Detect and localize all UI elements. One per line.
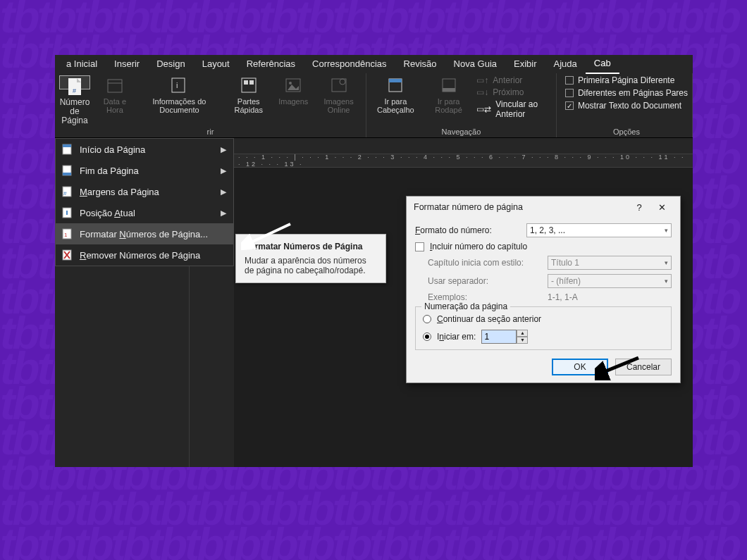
checkbox-icon (565, 89, 574, 97)
group-insert-label: rir (207, 127, 214, 136)
svg-point-10 (289, 82, 292, 85)
image-icon (283, 75, 303, 95)
svg-rect-11 (332, 79, 346, 92)
ribbon-tabs: a Inicial Inserir Design Layout Referênc… (55, 55, 693, 73)
svg-rect-16 (443, 88, 455, 92)
tab-home[interactable]: a Inicial (58, 55, 106, 73)
info-icon: i (169, 75, 189, 95)
tab-references[interactable]: Referências (238, 55, 304, 73)
tab-layout[interactable]: Layout (194, 55, 238, 73)
format-number-icon: 1 (61, 228, 73, 239)
menu-current-position[interactable]: Posição Atual ▶ (56, 202, 233, 223)
checkbox-icon (565, 76, 574, 85)
start-at-spinner[interactable]: ▲▼ (481, 330, 528, 344)
group-nav-label: Navegação (442, 127, 481, 136)
goto-header-button[interactable]: Ir para Cabeçalho (371, 75, 421, 114)
tab-insert[interactable]: Inserir (106, 55, 148, 73)
link-previous[interactable]: ▭⇄Vincular ao Anterior (476, 99, 552, 119)
quick-parts-label: Partes Rápidas (226, 97, 271, 114)
tab-view[interactable]: Exibir (505, 55, 545, 73)
doc-info-button[interactable]: i Informações do Documento (140, 75, 219, 114)
svg-rect-2 (108, 80, 122, 92)
chapter-style-select: Título 1 ▾ (548, 256, 672, 270)
svg-line-30 (248, 224, 290, 244)
goto-footer-label: Ir para Rodapé (428, 97, 470, 114)
calendar-icon (105, 75, 125, 95)
chapter-style-label: Capítulo inicia com estilo: (428, 258, 542, 268)
page-bottom-icon (61, 165, 73, 176)
tab-mailings[interactable]: Correspondências (304, 55, 395, 73)
group-options-label: Opções (613, 127, 640, 136)
start-at-radio[interactable] (423, 332, 431, 341)
examples-label: Exemplos: (428, 292, 542, 302)
chevron-right-icon: ▶ (221, 166, 226, 175)
page-icon: # (65, 77, 85, 96)
page-top-icon (61, 144, 73, 155)
tab-new[interactable]: Nova Guia (445, 55, 505, 73)
continue-label: Continuar da seção anterior (437, 314, 541, 324)
start-at-label: Iniciar em: (437, 332, 476, 342)
start-at-input[interactable] (481, 330, 517, 344)
page-number-menu: Início da Página ▶ Fim da Página ▶ # Mar… (55, 138, 234, 266)
chevron-right-icon: ▶ (221, 145, 226, 154)
link-icon: ▭⇄ (476, 104, 491, 114)
nav-previous: ▭↑Anterior (476, 75, 552, 85)
nav-next: ▭↓Próximo (476, 87, 552, 97)
cursor-position-icon (61, 207, 73, 218)
goto-footer-button: Ir para Rodapé (428, 75, 470, 114)
svg-rect-18 (63, 144, 71, 147)
page-number-button[interactable]: # Número de Página (59, 75, 90, 89)
goto-header-icon (385, 75, 405, 95)
goto-footer-icon (439, 75, 459, 95)
next-icon: ▭↓ (476, 87, 488, 97)
svg-rect-20 (63, 173, 71, 175)
include-chapter-checkbox[interactable] (415, 242, 424, 251)
svg-point-12 (340, 79, 345, 85)
format-label: Formato do número: (415, 225, 521, 235)
images-label: Imagens (278, 97, 308, 106)
chevron-down-icon: ▾ (665, 278, 668, 285)
goto-header-label: Ir para Cabeçalho (371, 97, 421, 114)
online-image-icon (329, 75, 349, 95)
separator-label: Usar separador: (428, 276, 542, 286)
spin-up-icon[interactable]: ▲ (517, 330, 528, 337)
tooltip-description: Mudar a aparência dos números de página … (245, 256, 377, 275)
quick-parts-icon (239, 75, 259, 95)
close-button[interactable]: ✕ (650, 202, 673, 213)
chevron-right-icon: ▶ (221, 209, 226, 218)
online-images-label: Imagens Online (316, 97, 362, 114)
svg-text:1: 1 (64, 232, 68, 238)
tab-help[interactable]: Ajuda (545, 55, 586, 73)
menu-remove-page-numbers[interactable]: Remover Números de Página (56, 244, 233, 266)
opt-diff-odd-even[interactable]: Diferentes em Páginas Pares (565, 88, 688, 98)
page-number-label: Número de Página (60, 98, 90, 126)
tab-review[interactable]: Revisão (395, 55, 445, 73)
menu-top-of-page[interactable]: Início da Página ▶ (56, 139, 233, 160)
examples-value: 1-1, 1-A (548, 292, 578, 302)
svg-line-31 (600, 358, 638, 373)
remove-number-icon (61, 249, 73, 261)
help-button[interactable]: ? (628, 202, 650, 213)
menu-page-margins[interactable]: # Margens da Página ▶ (56, 181, 233, 202)
annotation-arrow-black (595, 354, 644, 380)
menu-format-page-numbers[interactable]: 1 Formatar Números de Página... (56, 223, 233, 244)
online-images-button: Imagens Online (316, 75, 362, 114)
dialog-titlebar[interactable]: Formatar número de página ? ✕ (407, 197, 680, 218)
horizontal-ruler[interactable]: · · · 1 · · · | · · · 1 · · · 2 · · · 3 … (234, 154, 693, 168)
ribbon: # Número de Página Data e Hora i Informa… (55, 73, 693, 138)
tab-header-footer-tools[interactable]: Cab (586, 55, 619, 74)
continue-radio[interactable] (423, 315, 431, 323)
spin-down-icon[interactable]: ▼ (517, 337, 528, 344)
opt-diff-first[interactable]: Primeira Página Diferente (565, 75, 674, 85)
number-format-select[interactable]: 1, 2, 3, ... ▾ (526, 223, 672, 237)
svg-text:#: # (73, 87, 76, 94)
dialog-title: Formatar número de página (414, 202, 523, 212)
tab-design[interactable]: Design (148, 55, 193, 73)
separator-select: - (hífen) ▾ (548, 274, 672, 288)
svg-text:#: # (63, 190, 67, 197)
opt-show-doc-text[interactable]: ✓Mostrar Texto do Document (565, 101, 681, 111)
page-margins-icon: # (61, 186, 73, 197)
checkbox-checked-icon: ✓ (565, 101, 574, 110)
menu-bottom-of-page[interactable]: Fim da Página ▶ (56, 160, 233, 181)
quick-parts-button[interactable]: Partes Rápidas (226, 75, 271, 114)
